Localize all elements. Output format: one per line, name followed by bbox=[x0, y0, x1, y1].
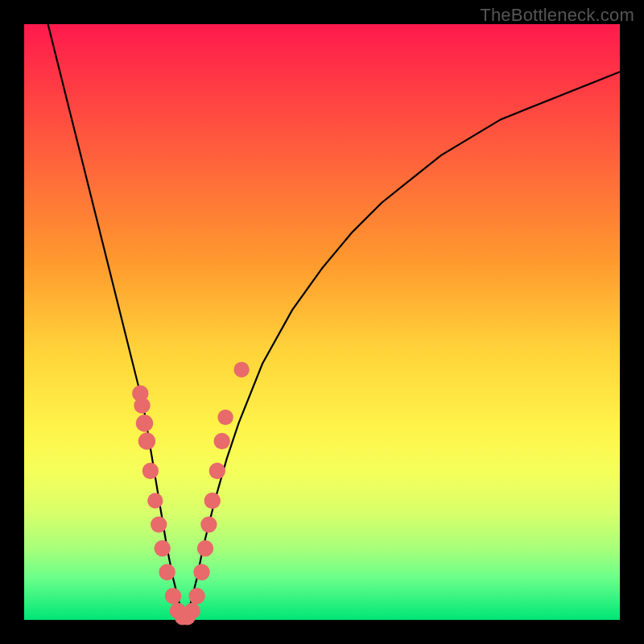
watermark-text: TheBottleneck.com bbox=[480, 5, 634, 26]
curve-layer bbox=[24, 24, 620, 620]
data-marker bbox=[165, 588, 181, 604]
data-marker bbox=[138, 432, 155, 449]
data-marker bbox=[193, 564, 209, 580]
data-markers bbox=[132, 362, 250, 625]
data-marker bbox=[233, 362, 249, 378]
curve-right-branch bbox=[185, 72, 620, 620]
data-marker bbox=[200, 516, 217, 532]
data-marker bbox=[151, 516, 167, 532]
data-marker bbox=[147, 493, 163, 508]
data-marker bbox=[197, 540, 213, 556]
chart-frame: TheBottleneck.com bbox=[0, 0, 644, 644]
data-marker bbox=[188, 588, 204, 604]
plot-area bbox=[24, 24, 620, 620]
data-marker bbox=[217, 410, 233, 425]
data-marker bbox=[159, 564, 175, 580]
data-marker bbox=[204, 493, 221, 509]
data-marker bbox=[209, 463, 225, 479]
data-marker bbox=[142, 463, 159, 479]
data-marker bbox=[136, 415, 153, 431]
curve-left-branch bbox=[48, 24, 185, 620]
data-marker bbox=[134, 397, 150, 413]
data-marker bbox=[155, 540, 171, 556]
data-marker bbox=[184, 603, 200, 619]
data-marker bbox=[214, 433, 230, 449]
